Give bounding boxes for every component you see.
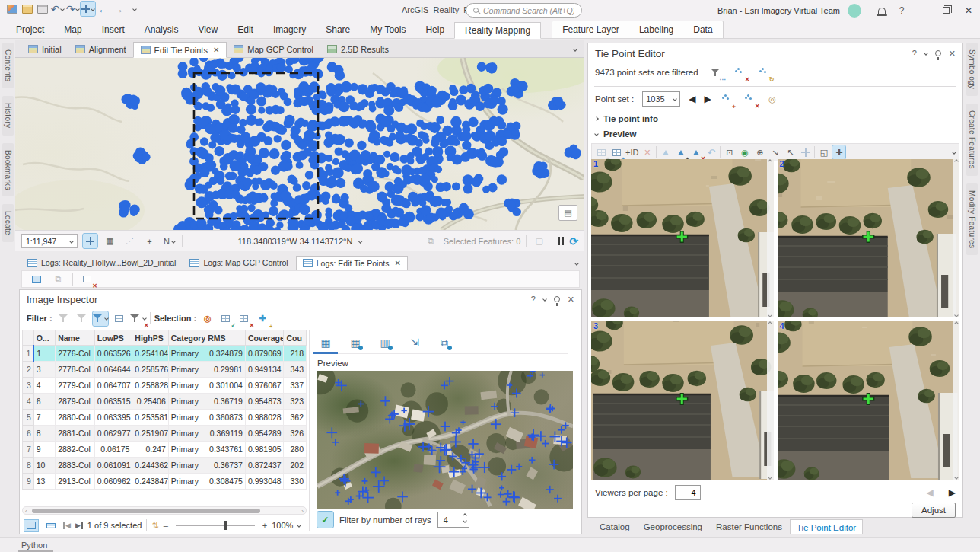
add-points-button[interactable]: ＋ [720,92,734,107]
table-cell[interactable]: 0.879069 [245,346,284,362]
table-row[interactable]: 9132913-Col0.0609620.243847Primary0.3084… [23,474,307,490]
redo-button[interactable]: ↷ [65,2,80,16]
compact-rows-view-button[interactable] [43,519,59,532]
ribbon-tab-help[interactable]: Help [415,21,454,38]
snapping-toggle[interactable] [83,234,97,248]
table-cell[interactable]: 0.251907 [132,426,168,442]
paste-button[interactable] [35,2,49,16]
logs-tab-logs-map-gcp-control[interactable]: Logs: Map GCP Control [183,256,294,270]
edit-sketch-button[interactable]: ⋰ [123,234,137,248]
slider-handle[interactable] [224,521,227,530]
panel-help-button[interactable]: ? [531,295,536,304]
command-search-input[interactable] [483,6,574,15]
adjust-button[interactable]: Adjust [912,503,956,518]
sidebar-item-contents[interactable]: Contents [2,43,14,88]
table-cell[interactable]: Primary [168,410,205,426]
tie-point-viewer[interactable]: 1 [591,159,774,317]
tab-overlap[interactable]: ⧉ [436,333,453,353]
column-header-category[interactable]: Category [168,330,205,346]
corner-cell[interactable] [23,330,34,346]
pause-drawing-button[interactable] [558,237,564,245]
table-cell[interactable]: 0.308475 [205,474,246,490]
table-cell[interactable]: 0.258828 [132,378,168,394]
sidebar-item-bookmarks[interactable]: Bookmarks [2,143,14,197]
python-status-label[interactable]: Python [21,541,47,550]
pin-icon[interactable] [935,50,941,56]
dock-tab-tie-point-editor[interactable]: Tie Point Editor [790,519,863,534]
table-cell[interactable]: Primary [168,442,205,458]
zoom-percent[interactable]: 100% [272,521,293,530]
table-cell[interactable]: 0.25406 [132,394,168,410]
table-cell[interactable]: 0.949134 [245,362,284,378]
add-viewer-button[interactable]: ＋ [610,145,623,159]
table-cell[interactable]: Primary [168,362,205,378]
link-views-button[interactable]: ✚ [832,145,845,159]
table-cell[interactable]: 343 [284,362,307,378]
delete-point-button[interactable]: ✕ [689,145,702,159]
undo-button[interactable]: ↶ [50,2,65,16]
crosshair-button[interactable]: + [142,234,157,248]
minimize-button[interactable]: — [912,0,934,21]
map-overview-button[interactable]: ▤ [558,205,578,221]
ribbon-tab-imagery[interactable]: Imagery [263,21,316,38]
table-cell[interactable]: 8 [23,458,34,474]
view-tabs-overflow-chevron-icon[interactable] [573,47,578,52]
map-view[interactable]: ▤ [15,58,584,230]
viewer-scrollbar[interactable] [767,321,774,480]
grid-toggle[interactable]: ▦ [103,234,117,248]
view-tab-alignment[interactable]: Alignment [68,41,133,57]
table-cell[interactable]: Primary [168,394,205,410]
table-cell[interactable]: 323 [284,394,307,410]
pin-icon[interactable] [554,296,560,302]
back-button[interactable]: ← [96,2,110,16]
column-header-rms[interactable]: RMS [205,330,246,346]
ribbon-tab-view[interactable]: View [188,21,228,38]
table-row[interactable]: 342779-Col0.0647070.258828Primary0.30100… [23,378,307,394]
table-cell[interactable]: 0.872437 [245,458,284,474]
scroll-down-icon[interactable] [954,475,959,480]
sidebar-item-symbology[interactable]: Symbology [966,43,978,96]
panel-menu-chevron-icon[interactable] [542,297,547,302]
center-views-button[interactable]: ⊕ [753,145,766,159]
ribbon-tab-edit[interactable]: Edit [228,21,263,38]
table-cell[interactable]: 13 [33,474,55,490]
table-cell[interactable]: 0.36719 [205,394,246,410]
scroll-left-arrow-icon[interactable]: ‹ [25,508,27,515]
customize-quick-access-button[interactable] [126,2,141,16]
zoom-in-button[interactable]: + [262,521,267,530]
dock-tab-geoprocessing[interactable]: Geoprocessing [638,519,708,534]
filter-by-list-button[interactable] [93,311,108,326]
table-cell[interactable]: 9 [23,474,34,490]
ribbon-tab-my-tools[interactable]: My Tools [360,21,415,38]
table-cell[interactable]: 4 [33,378,55,394]
restore-button[interactable] [934,0,957,21]
table-cell[interactable]: 0.258576 [132,362,168,378]
viewer-scrollbar[interactable] [953,321,959,480]
sidebar-item-locate[interactable]: Locate [2,204,14,242]
table-cell[interactable]: 202 [284,458,307,474]
tie-point-viewer[interactable]: 2 [778,159,960,317]
column-header-name[interactable]: Name [56,330,95,346]
copy-log-button[interactable]: ⧉ [51,272,65,286]
sidebar-item-history[interactable]: History [2,96,14,135]
table-cell[interactable]: 2778-Col [56,362,95,378]
table-cell[interactable]: 8 [33,426,55,442]
table-cell[interactable]: 3 [33,362,55,378]
view-tab-2-5d-results[interactable]: 2.5D Results [320,41,396,57]
table-cell[interactable]: Primary [168,458,205,474]
keep-selected-button[interactable]: ✓ [218,311,233,326]
ribbon-tab-project[interactable]: Project [6,21,54,38]
table-cell[interactable]: 0.369119 [205,426,246,442]
ribbon-tab-feature-layer[interactable]: Feature Layer [552,21,629,38]
reset-filtered-points-button[interactable]: ↻ [757,65,772,80]
table-cell[interactable]: 0.29981 [205,362,246,378]
locate-point-set-button[interactable]: ◎ [765,92,780,107]
remove-selected-button[interactable]: ✕ [237,311,251,326]
tie-point-viewer[interactable]: 4 [778,321,960,480]
clear-filter-button[interactable] [56,311,71,326]
table-cell[interactable]: 0.954289 [245,426,284,442]
sync-views-button[interactable]: ◉ [738,145,751,159]
table-cell[interactable]: 0.062977 [94,426,132,442]
table-cell[interactable]: 0.988028 [245,410,284,426]
table-cell[interactable]: 0.954873 [245,394,284,410]
